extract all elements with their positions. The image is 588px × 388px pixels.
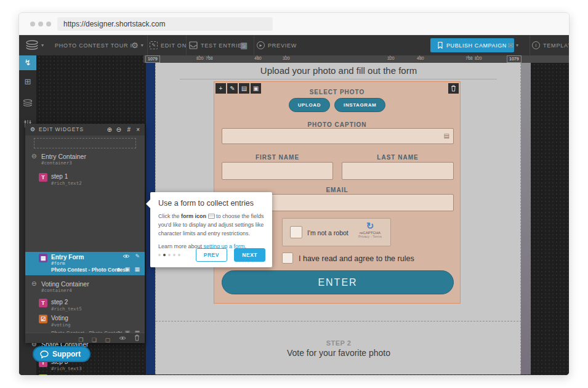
item-id: #rich_text3: [51, 366, 82, 371]
heading-divider: [180, 79, 497, 79]
collapse-icon[interactable]: ⊖: [31, 153, 36, 160]
publish-campaign-button[interactable]: PUBLISH CAMPAIGN: [430, 38, 514, 52]
canvas-right-gutter: [521, 63, 531, 374]
widgets-gear-icon: ⚙: [30, 124, 36, 135]
item-id: #form: [51, 261, 65, 266]
chevron-down-icon: ▾: [516, 42, 518, 48]
trash-icon[interactable]: [134, 334, 140, 341]
ruler-tab-left[interactable]: 1079: [145, 55, 160, 63]
panel-bottom-toolbar: ❐ ❏ ▢: [25, 333, 145, 343]
magic-wand-icon[interactable]: ↯: [19, 55, 36, 70]
item-label: Share: [51, 374, 68, 376]
preview-label: PREVIEW: [268, 42, 297, 49]
section-label: Voting Container: [41, 280, 89, 288]
page-dot[interactable]: [178, 254, 180, 256]
tooltip-title: Use a form to collect entries: [158, 199, 264, 208]
next-button[interactable]: NEXT: [234, 248, 265, 262]
share-widget-icon: [39, 374, 47, 376]
item-id: #rich_text5: [51, 306, 82, 312]
step2-subtitle[interactable]: Vote for your favorite photo: [156, 348, 522, 358]
step2-title: STEP 2: [156, 339, 522, 347]
traffic-light-icon[interactable]: [38, 22, 43, 26]
visibility-eye-icon[interactable]: [123, 254, 130, 259]
collapse-icon[interactable]: ⊖: [31, 280, 36, 287]
item-label: Entry Form: [51, 254, 84, 261]
traffic-light-icon[interactable]: [46, 22, 51, 26]
settings-button[interactable]: ⚙: [131, 35, 139, 55]
ruler-tick: 768: [465, 56, 473, 60]
section-label: Entry Container: [41, 153, 86, 160]
ruler-tick: 768: [206, 56, 213, 60]
designer-content: 1079 820 768 480 320 320 480 768 820 107…: [19, 55, 570, 376]
qr-code-icon: ▦: [240, 41, 248, 50]
layers-icon[interactable]: [19, 95, 36, 110]
close-panel-icon[interactable]: ×: [136, 124, 140, 135]
section-id: #container4: [41, 288, 72, 293]
enter-button[interactable]: ENTER: [222, 270, 454, 294]
first-name-input[interactable]: [222, 162, 333, 180]
toolbar-divider: [147, 35, 148, 55]
page-dot[interactable]: [158, 254, 161, 256]
expand-all-icon[interactable]: ⊕: [107, 124, 113, 135]
url-bar[interactable]: https://designer.shortstack.com: [57, 17, 273, 31]
bookmark-icon: [438, 42, 443, 49]
chevron-down-icon: ▾: [41, 42, 44, 48]
page-dot-active[interactable]: [163, 254, 166, 256]
item-label: Voting: [51, 315, 68, 321]
last-name-input[interactable]: [342, 162, 454, 180]
ruler-tab-right[interactable]: 1079: [507, 55, 522, 63]
campaign-selector[interactable]: PHOTO CONTEST TOUR I... ▾: [55, 35, 143, 55]
panel-title: EDIT WIDGETS: [39, 124, 84, 135]
rules-checkbox[interactable]: [282, 253, 293, 264]
messages-menu[interactable]: ✉ ▾: [507, 35, 518, 55]
instagram-button[interactable]: INSTAGRAM: [334, 98, 385, 112]
recaptcha-checkbox[interactable]: [290, 226, 302, 238]
publish-label: PUBLISH CAMPAIGN: [446, 42, 507, 49]
tooltip-bold-text: form icon: [181, 213, 206, 219]
ruler-tick: 820: [475, 56, 482, 60]
step1-heading[interactable]: Upload your photo and fill out the form: [156, 65, 522, 76]
recaptcha-links[interactable]: Privacy - Terms: [356, 235, 384, 238]
toolbar-divider: [254, 35, 254, 55]
prev-button[interactable]: PREV: [196, 248, 227, 262]
text-format-icon[interactable]: ▤: [444, 132, 449, 139]
toolbar-divider: [186, 35, 187, 55]
section-divider: [156, 321, 522, 321]
template-menu[interactable]: i TEMPLATE ▾: [532, 35, 570, 55]
first-name-label: FIRST NAME: [222, 154, 333, 161]
support-label: Support: [52, 350, 81, 358]
item-sublabel: Photo Contest - Photo Contest: [51, 267, 127, 273]
paste-icon[interactable]: ❏: [92, 337, 97, 343]
copy-icon[interactable]: ❐: [79, 337, 84, 343]
image-icon[interactable]: ▣: [124, 266, 130, 272]
logo-menu[interactable]: ▾: [25, 35, 44, 55]
visibility-eye-icon[interactable]: [119, 336, 126, 341]
hash-icon[interactable]: #: [127, 124, 131, 135]
pagination-dots: [158, 254, 180, 256]
item-label: step 1: [51, 173, 68, 180]
add-widget-icon[interactable]: ⊞: [19, 75, 36, 89]
traffic-light-icon[interactable]: [30, 22, 35, 26]
upload-button[interactable]: UPLOAD: [289, 98, 330, 112]
edit-pencil-icon[interactable]: ✎: [135, 253, 140, 259]
app-toolbar: ▾ PHOTO CONTEST TOUR I... ▾ ⚙ ✎ EDIT ON …: [19, 35, 569, 55]
preview-button[interactable]: ▸ PREVIEW: [257, 35, 297, 55]
page-dot[interactable]: [168, 254, 171, 256]
recaptcha-label: I'm not a robot: [307, 229, 348, 236]
section-id: #container3: [41, 160, 72, 166]
play-icon: ▸: [257, 41, 265, 49]
grid-icon[interactable]: ▦: [134, 266, 140, 272]
collapse-all-icon[interactable]: ⊖: [116, 124, 122, 135]
container-icon[interactable]: ▢: [105, 337, 111, 343]
support-button[interactable]: Support: [33, 346, 91, 362]
chat-bubble-icon: [40, 350, 49, 358]
tooltip-body: Click the form icon to choose the fields…: [158, 212, 264, 238]
panel-header: ⚙ EDIT WIDGETS ⊕ ⊖ # ×: [25, 124, 145, 135]
inbox-icon: [189, 41, 198, 49]
tooltip-text: Click the: [158, 213, 181, 219]
page-dot[interactable]: [173, 254, 175, 256]
photo-caption-input[interactable]: ▤: [222, 128, 454, 144]
widget-drop-zone[interactable]: [34, 138, 136, 148]
text-widget-icon: T: [39, 299, 47, 307]
tree-item-entry-form[interactable]: ▤ Entry Form #form ✎ Photo Contest - Pho…: [25, 252, 145, 275]
